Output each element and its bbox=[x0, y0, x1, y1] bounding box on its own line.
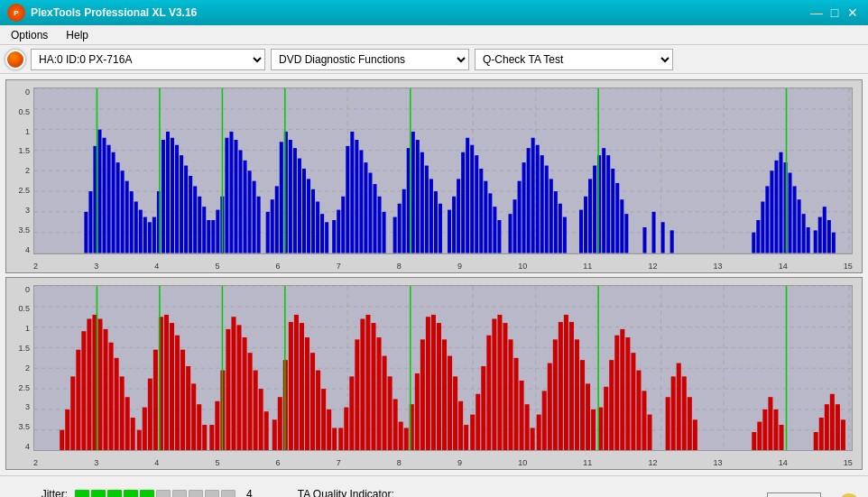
svg-rect-242 bbox=[355, 339, 359, 450]
svg-rect-233 bbox=[310, 353, 315, 450]
svg-rect-25 bbox=[97, 130, 101, 253]
top-chart-x-axis: 2 3 4 5 6 7 8 9 10 11 12 13 14 15 bbox=[33, 262, 853, 271]
toolbar: HA:0 ID:0 PX-716A DVD Diagnostic Functio… bbox=[0, 45, 868, 74]
svg-rect-231 bbox=[300, 323, 304, 450]
svg-rect-23 bbox=[88, 191, 92, 253]
svg-rect-315 bbox=[836, 404, 840, 450]
svg-rect-215 bbox=[215, 400, 219, 450]
svg-rect-243 bbox=[360, 318, 365, 450]
svg-rect-302 bbox=[688, 397, 692, 450]
menu-options[interactable]: Options bbox=[4, 27, 55, 43]
svg-rect-84 bbox=[355, 140, 358, 253]
info-icon-button[interactable]: i bbox=[839, 493, 859, 498]
svg-rect-160 bbox=[823, 207, 826, 253]
svg-rect-237 bbox=[332, 428, 337, 450]
svg-rect-62 bbox=[257, 197, 261, 253]
test-select[interactable]: Q-Check TA Test bbox=[475, 49, 673, 70]
svg-rect-230 bbox=[294, 314, 299, 450]
svg-rect-115 bbox=[508, 214, 512, 253]
svg-rect-236 bbox=[327, 409, 331, 450]
svg-rect-259 bbox=[448, 355, 452, 450]
svg-rect-254 bbox=[420, 339, 425, 450]
svg-rect-117 bbox=[518, 181, 522, 253]
svg-rect-306 bbox=[762, 409, 767, 450]
menu-help[interactable]: Help bbox=[59, 27, 96, 43]
svg-rect-209 bbox=[186, 365, 190, 450]
svg-rect-103 bbox=[448, 210, 451, 253]
jitter-led-4 bbox=[124, 490, 138, 498]
svg-rect-77 bbox=[325, 222, 328, 253]
svg-rect-296 bbox=[648, 414, 652, 450]
close-button[interactable]: ✕ bbox=[845, 5, 861, 21]
svg-rect-95 bbox=[411, 132, 415, 253]
svg-rect-69 bbox=[289, 140, 292, 253]
svg-rect-109 bbox=[475, 155, 478, 253]
svg-rect-133 bbox=[602, 148, 605, 253]
svg-rect-200 bbox=[137, 429, 142, 450]
svg-rect-217 bbox=[226, 328, 230, 450]
svg-rect-55 bbox=[225, 138, 228, 253]
svg-rect-158 bbox=[814, 230, 817, 253]
svg-rect-87 bbox=[368, 173, 372, 253]
minimize-button[interactable]: — bbox=[808, 5, 825, 21]
svg-rect-269 bbox=[497, 314, 502, 450]
svg-rect-284 bbox=[580, 360, 585, 450]
svg-rect-57 bbox=[234, 140, 237, 253]
svg-rect-250 bbox=[399, 421, 403, 450]
svg-rect-110 bbox=[479, 169, 483, 253]
svg-rect-118 bbox=[522, 162, 526, 253]
svg-rect-140 bbox=[642, 227, 646, 253]
svg-rect-126 bbox=[559, 204, 562, 253]
svg-rect-210 bbox=[191, 383, 196, 450]
svg-rect-43 bbox=[175, 145, 179, 253]
svg-rect-138 bbox=[624, 214, 628, 253]
svg-rect-280 bbox=[559, 321, 563, 450]
svg-rect-148 bbox=[770, 170, 773, 253]
svg-rect-150 bbox=[779, 152, 782, 253]
jitter-row: Jitter: 4 bbox=[9, 488, 253, 498]
svg-rect-141 bbox=[652, 212, 656, 253]
svg-rect-85 bbox=[359, 150, 363, 253]
svg-rect-251 bbox=[404, 428, 409, 450]
svg-rect-83 bbox=[350, 132, 354, 253]
svg-rect-70 bbox=[293, 148, 297, 253]
svg-rect-127 bbox=[563, 217, 567, 253]
svg-rect-301 bbox=[682, 376, 687, 450]
function-select[interactable]: DVD Diagnostic Functions bbox=[271, 49, 469, 70]
svg-rect-66 bbox=[275, 186, 279, 253]
svg-rect-221 bbox=[248, 353, 253, 450]
svg-rect-30 bbox=[121, 170, 125, 253]
jitter-led-10 bbox=[221, 490, 235, 498]
ta-quality-label: TA Quality Indicator: bbox=[298, 488, 394, 498]
svg-rect-247 bbox=[383, 355, 387, 450]
start-button[interactable]: Start bbox=[767, 492, 821, 498]
svg-rect-31 bbox=[125, 181, 129, 253]
restore-button[interactable]: □ bbox=[826, 5, 843, 21]
svg-rect-121 bbox=[536, 145, 540, 253]
svg-rect-290 bbox=[614, 335, 619, 450]
svg-rect-196 bbox=[120, 376, 125, 450]
svg-rect-288 bbox=[604, 386, 608, 450]
svg-rect-27 bbox=[107, 145, 111, 253]
svg-rect-274 bbox=[525, 404, 530, 450]
svg-rect-53 bbox=[216, 210, 219, 253]
svg-rect-214 bbox=[209, 424, 214, 450]
svg-rect-194 bbox=[109, 342, 114, 450]
svg-rect-202 bbox=[148, 378, 152, 450]
svg-rect-74 bbox=[311, 189, 315, 253]
svg-rect-64 bbox=[266, 212, 270, 253]
svg-rect-271 bbox=[508, 339, 512, 450]
jitter-label: Jitter: bbox=[9, 488, 68, 498]
svg-rect-32 bbox=[130, 191, 134, 253]
svg-rect-116 bbox=[513, 199, 517, 253]
device-select[interactable]: HA:0 ID:0 PX-716A bbox=[31, 49, 265, 70]
svg-rect-261 bbox=[458, 400, 463, 450]
svg-rect-276 bbox=[537, 414, 541, 450]
svg-rect-91 bbox=[393, 217, 397, 253]
svg-rect-211 bbox=[197, 404, 201, 450]
svg-rect-152 bbox=[789, 173, 792, 253]
svg-rect-285 bbox=[586, 383, 590, 450]
svg-rect-229 bbox=[289, 321, 293, 450]
svg-rect-186 bbox=[65, 409, 69, 450]
svg-rect-311 bbox=[814, 431, 818, 450]
